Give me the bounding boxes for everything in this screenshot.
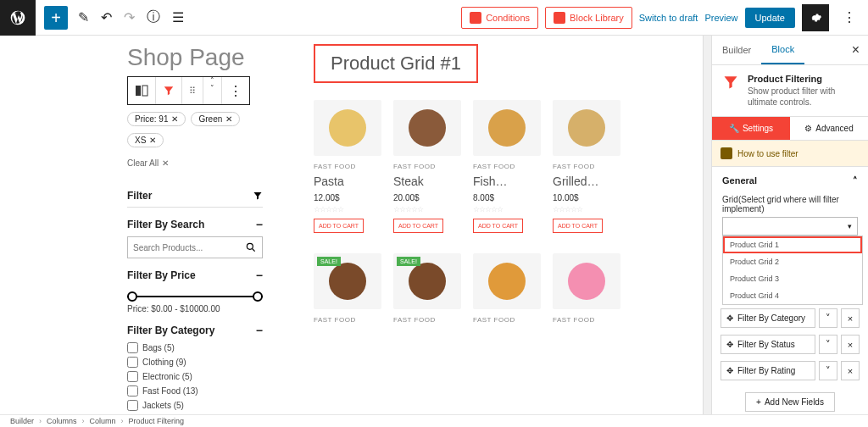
category-item[interactable]: Electronic (5)	[127, 371, 263, 382]
drag-icon[interactable]: ✥	[726, 340, 733, 349]
breadcrumb-item[interactable]: Column	[90, 417, 116, 425]
update-button[interactable]: Update	[745, 8, 795, 28]
tab-builder[interactable]: Builder	[712, 36, 761, 64]
product-category: FAST FOOD	[393, 316, 461, 324]
product-category: FAST FOOD	[553, 163, 620, 170]
product-card[interactable]: FAST FOOD	[473, 253, 541, 328]
info-icon[interactable]: ⓘ	[147, 8, 160, 26]
field-expand[interactable]: ˅	[819, 361, 837, 380]
category-checkbox[interactable]	[127, 371, 138, 382]
breadcrumb: Builder› Columns› Column› Product Filter…	[0, 414, 868, 427]
redo-icon[interactable]: ↷	[124, 9, 135, 25]
search-icon[interactable]	[245, 241, 257, 253]
undo-icon[interactable]: ↶	[101, 9, 112, 25]
product-card[interactable]: FAST FOODFish…8.00$☆☆☆☆☆ADD TO CART	[473, 100, 541, 233]
drag-icon[interactable]: ✥	[726, 313, 733, 323]
category-checkbox[interactable]	[127, 357, 138, 368]
grid-select[interactable]: ▾ Product Grid 1 Product Grid 2 Product …	[722, 217, 858, 236]
rating-stars: ☆☆☆☆☆	[314, 205, 381, 214]
switch-draft-link[interactable]: Switch to draft	[639, 13, 698, 23]
clear-all-link[interactable]: Clear All✕	[127, 158, 169, 168]
collapse-icon[interactable]: −	[256, 218, 263, 231]
howto-banner[interactable]: How to use filter	[712, 141, 868, 167]
search-input[interactable]	[133, 243, 245, 252]
add-fields-button[interactable]: +Add New Fields	[745, 392, 835, 412]
conditions-button[interactable]: Conditions	[461, 7, 538, 29]
filter-pill[interactable]: XS✕	[127, 133, 164, 147]
breadcrumb-item[interactable]: Builder	[10, 417, 34, 425]
product-name: Steak	[393, 175, 461, 188]
gear-icon: ⚙	[804, 124, 812, 133]
preview-link[interactable]: Preview	[704, 13, 737, 23]
breadcrumb-item[interactable]: Product Filtering	[129, 417, 185, 425]
field-item[interactable]: ✥Filter By Status	[721, 335, 815, 354]
collapse-icon[interactable]: −	[256, 269, 263, 282]
add-to-cart-button[interactable]: ADD TO CART	[393, 219, 443, 233]
product-card[interactable]: SALE!FAST FOOD	[393, 253, 461, 328]
library-icon	[554, 12, 565, 24]
pill-remove-icon[interactable]: ✕	[225, 114, 232, 124]
filter-pill[interactable]: Green✕	[191, 112, 240, 126]
product-price: 10.00$	[553, 193, 620, 202]
block-more-icon[interactable]: ⋮	[222, 77, 249, 104]
drag-handle-icon[interactable]: ⠿	[182, 77, 203, 104]
pill-remove-icon[interactable]: ✕	[171, 114, 178, 124]
pill-remove-icon[interactable]: ✕	[149, 136, 156, 145]
filter-pill[interactable]: Price: 91✕	[127, 112, 186, 126]
tab-advanced[interactable]: ⚙Advanced	[790, 117, 868, 140]
block-type-icon	[722, 74, 739, 108]
sale-badge: SALE!	[397, 257, 420, 266]
canvas-scrollbar[interactable]	[703, 36, 711, 414]
price-slider[interactable]	[127, 292, 263, 301]
add-block-button[interactable]: +	[44, 6, 68, 30]
field-item[interactable]: ✥Filter By Category	[721, 308, 815, 328]
product-image	[553, 253, 620, 309]
grid-option[interactable]: Product Grid 1	[723, 236, 862, 253]
category-checkbox[interactable]	[127, 385, 138, 396]
block-info: Product Filtering Show product filter wi…	[712, 65, 868, 117]
product-card[interactable]: FAST FOODGrilled…10.00$☆☆☆☆☆ADD TO CART	[553, 100, 620, 233]
product-card[interactable]: FAST FOODSteak20.00$☆☆☆☆☆ADD TO CART	[393, 100, 461, 233]
category-item[interactable]: Clothing (9)	[127, 357, 263, 368]
add-to-cart-button[interactable]: ADD TO CART	[473, 219, 523, 233]
block-icon[interactable]	[156, 77, 182, 104]
collapse-icon[interactable]: −	[256, 324, 263, 337]
grid-option[interactable]: Product Grid 4	[723, 287, 862, 304]
rating-stars: ☆☆☆☆☆	[393, 205, 461, 214]
category-item[interactable]: Jackets (5)	[127, 400, 263, 411]
wordpress-logo[interactable]	[0, 0, 36, 36]
settings-toggle-button[interactable]	[802, 4, 829, 31]
category-checkbox[interactable]	[127, 400, 138, 411]
tab-block[interactable]: Block	[761, 36, 804, 64]
category-item[interactable]: Fast Food (13)	[127, 385, 263, 396]
sidebar-close-icon[interactable]: ×	[843, 42, 868, 58]
add-to-cart-button[interactable]: ADD TO CART	[314, 219, 364, 233]
category-checkbox[interactable]	[127, 342, 138, 353]
product-card[interactable]: FAST FOODPasta12.00$☆☆☆☆☆ADD TO CART	[314, 100, 381, 233]
tab-settings[interactable]: 🔧Settings	[712, 117, 790, 140]
product-card[interactable]: SALE!FAST FOOD	[314, 253, 381, 328]
filter-category-label: Filter By Category	[127, 324, 214, 336]
category-item[interactable]: Bags (5)	[127, 342, 263, 353]
field-expand[interactable]: ˅	[819, 335, 837, 354]
field-item[interactable]: ✥Filter By Rating	[721, 361, 815, 380]
block-library-button[interactable]: Block Library	[545, 7, 632, 29]
field-expand[interactable]: ˅	[819, 308, 837, 328]
field-remove[interactable]: ×	[841, 361, 860, 380]
outline-icon[interactable]: ☰	[172, 9, 184, 25]
field-remove[interactable]: ×	[841, 308, 860, 328]
add-to-cart-button[interactable]: ADD TO CART	[553, 219, 603, 233]
drag-icon[interactable]: ✥	[726, 366, 733, 375]
grid-option[interactable]: Product Grid 2	[723, 253, 862, 270]
panel-general-header[interactable]: General ˄	[712, 167, 868, 195]
block-type-icon[interactable]	[128, 77, 156, 104]
field-remove[interactable]: ×	[841, 335, 860, 354]
more-menu-icon[interactable]: ⋮	[836, 9, 863, 25]
edit-icon[interactable]: ✎	[78, 9, 89, 25]
price-range-text: Price: $0.00 - $10000.00	[127, 304, 263, 313]
breadcrumb-item[interactable]: Columns	[47, 417, 77, 425]
movers[interactable]: ˄˅	[203, 77, 222, 104]
inspector-sidebar: Builder Block × Product Filtering Show p…	[711, 36, 868, 414]
grid-option[interactable]: Product Grid 3	[723, 270, 862, 287]
product-card[interactable]: FAST FOOD	[553, 253, 620, 328]
